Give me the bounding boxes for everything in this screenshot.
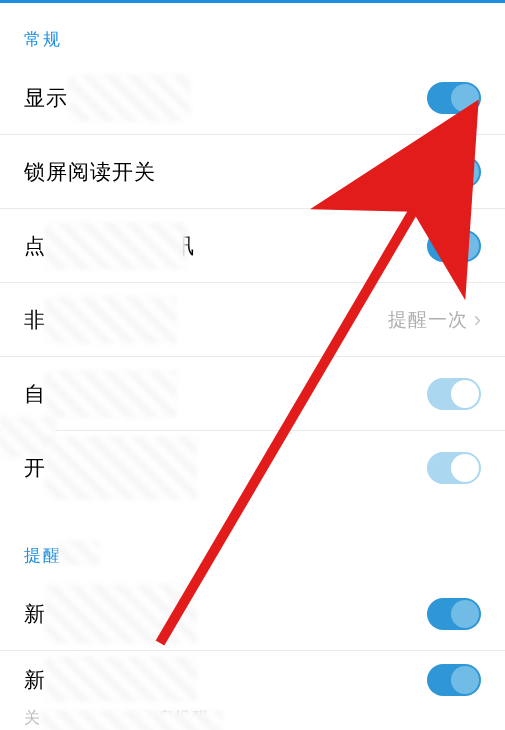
row-nonwifi[interactable]: 非XXXXXXX醒 提醒一次 › xyxy=(0,283,505,357)
redaction xyxy=(46,223,186,269)
row-new2[interactable]: 新 关XXXXXXXXXX息提醒 xyxy=(0,651,505,730)
news-toggle[interactable] xyxy=(427,230,481,262)
settings-page: 常规 显示XXXXXX息 锁屏阅读开关 点XXXXXXX资讯 非XXXXXXX醒 xyxy=(0,0,505,730)
section-header-general: 常规 xyxy=(0,6,505,61)
redaction xyxy=(42,711,222,730)
open-toggle[interactable] xyxy=(427,452,481,484)
redaction xyxy=(46,371,176,417)
row-nonwifi-value: 提醒一次 xyxy=(388,307,468,333)
redaction xyxy=(46,657,196,701)
row-news[interactable]: 点XXXXXXX资讯 xyxy=(0,209,505,283)
redaction xyxy=(59,541,99,565)
redaction xyxy=(46,437,196,499)
row-lockscreen-label: 锁屏阅读开关 xyxy=(24,158,427,186)
row-lockscreen[interactable]: 锁屏阅读开关 xyxy=(0,135,505,209)
row-open[interactable]: 开 xyxy=(0,431,505,505)
redaction xyxy=(46,297,176,343)
settings-scroll[interactable]: 常规 显示XXXXXX息 锁屏阅读开关 点XXXXXXX资讯 非XXXXXXX醒 xyxy=(0,6,505,730)
row-show-info[interactable]: 显示XXXXXX息 xyxy=(0,61,505,135)
redaction xyxy=(70,75,190,121)
new2-toggle[interactable] xyxy=(427,664,481,696)
new1-toggle[interactable] xyxy=(427,598,481,630)
row-new1[interactable]: 新 xyxy=(0,577,505,651)
section-header-remind: 提醒 xyxy=(0,505,505,577)
show-info-toggle[interactable] xyxy=(427,82,481,114)
row-autonet[interactable]: 自XXXXXXX络 xyxy=(0,357,505,431)
lockscreen-toggle[interactable] xyxy=(427,156,481,188)
chevron-right-icon: › xyxy=(474,309,481,331)
redaction xyxy=(46,585,196,643)
autonet-toggle[interactable] xyxy=(427,378,481,410)
